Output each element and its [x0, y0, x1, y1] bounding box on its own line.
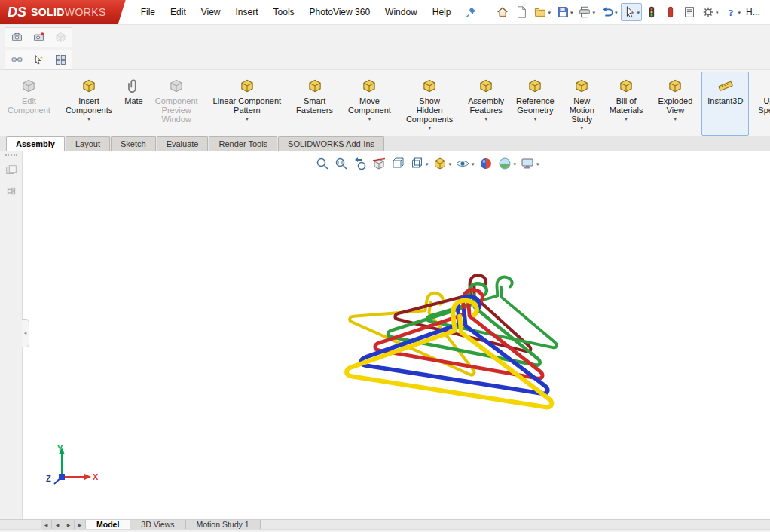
dropdown-arrow-icon[interactable]: ▾ [637, 10, 640, 15]
home-icon[interactable] [493, 3, 512, 21]
exploded-view-button[interactable]: ExplodedView▼ [652, 72, 698, 136]
dropdown-arrow-icon[interactable]: ▾ [449, 161, 452, 167]
pin-menu-icon[interactable] [466, 7, 477, 18]
select-cursor-icon[interactable]: ▾ [621, 3, 643, 21]
edit-appearance-icon[interactable] [478, 156, 493, 171]
first-tab-button[interactable]: ◀ [41, 520, 52, 529]
tab-assembly[interactable]: Assembly [6, 136, 65, 151]
dropdown-arrow-icon[interactable]: ▼ [533, 116, 538, 121]
feature-tree-icon[interactable] [5, 185, 18, 198]
insert-components-button[interactable]: InsertComponents▼ [60, 72, 118, 136]
dropdown-arrow-icon[interactable]: ▾ [426, 161, 429, 167]
tab-model[interactable]: Model [86, 520, 130, 529]
next-tab-button[interactable]: ▶ [63, 520, 75, 529]
smart-fasteners-button[interactable]: SmartFasteners [290, 72, 339, 136]
dropdown-arrow-icon[interactable]: ▾ [472, 161, 475, 167]
menu-photoview-360[interactable]: PhotoView 360 [302, 4, 378, 20]
menu-edit[interactable]: Edit [163, 4, 194, 20]
view-settings-icon[interactable]: ▾ [520, 156, 539, 171]
display-style-icon[interactable]: ▾ [432, 156, 452, 171]
panel-collapse-handle[interactable]: ◂ [22, 319, 29, 347]
display-pane-icon[interactable] [5, 164, 18, 177]
linear-component-pattern-button[interactable]: Linear ComponentPattern▼ [207, 72, 288, 136]
assembly-features-icon [478, 78, 494, 94]
menu-window[interactable]: Window [377, 4, 425, 20]
tab-render-tools[interactable]: Render Tools [209, 136, 277, 151]
mate-button[interactable]: Mate [118, 72, 148, 136]
heads-up-view-toolbar: ▾▾▾▾▾ [315, 156, 539, 171]
dropdown-arrow-icon[interactable]: ▾ [592, 10, 595, 15]
dropdown-arrow-icon[interactable]: ▼ [579, 125, 585, 130]
show-hidden-components-button[interactable]: ShowHiddenComponents▼ [400, 72, 459, 136]
new-document-icon[interactable] [512, 3, 530, 21]
reference-geometry-button[interactable]: ReferenceGeometry▼ [510, 72, 561, 136]
apply-scene-icon[interactable]: ▾ [497, 156, 517, 171]
instant3d-button[interactable]: Instant3D [701, 72, 749, 136]
record-video-icon[interactable] [28, 29, 49, 46]
dropdown-arrow-icon[interactable]: ▾ [570, 10, 573, 15]
toolbar-overflow-label[interactable]: H... [746, 7, 760, 17]
move-component-button[interactable]: MoveComponent▼ [342, 72, 397, 136]
menu-insert[interactable]: Insert [228, 4, 266, 20]
tab-evaluate[interactable]: Evaluate [157, 136, 209, 151]
save-icon[interactable]: ▾ [554, 3, 576, 21]
3d-drawing-view-icon[interactable] [390, 156, 405, 171]
zoom-to-fit-icon[interactable] [315, 156, 330, 171]
previous-view-icon[interactable] [353, 156, 368, 171]
dropdown-arrow-icon[interactable]: ▼ [673, 116, 678, 121]
dropdown-arrow-icon[interactable]: ▾ [514, 161, 517, 167]
dropdown-arrow-icon[interactable]: ▾ [536, 161, 539, 167]
help-icon[interactable]: ?▾ [722, 3, 744, 21]
model-3d-hangers[interactable] [23, 151, 770, 519]
menu-tools[interactable]: Tools [266, 4, 302, 20]
dropdown-arrow-icon[interactable]: ▼ [624, 116, 629, 121]
print-icon[interactable]: ▾ [576, 3, 597, 21]
tab-sketch[interactable]: Sketch [111, 136, 156, 151]
screenshot-icon[interactable] [6, 29, 27, 46]
button-label: New [573, 96, 590, 105]
tab-solidworks-add-ins[interactable]: SOLIDWORKS Add-Ins [278, 136, 384, 151]
zoom-to-area-icon[interactable] [334, 156, 349, 171]
dropdown-arrow-icon[interactable]: ▼ [367, 116, 372, 121]
menu-help[interactable]: Help [425, 4, 459, 20]
section-view-icon[interactable] [371, 156, 387, 171]
button-label: Materials [610, 105, 643, 115]
options-gear-icon[interactable]: ▾ [699, 3, 721, 21]
stop-record-icon [50, 29, 71, 46]
prev-tab-button[interactable]: ◀ [52, 520, 63, 529]
tab-layout[interactable]: Layout [66, 136, 110, 151]
mate-icon [125, 78, 142, 94]
dropdown-arrow-icon[interactable]: ▾ [615, 10, 618, 15]
svg-text:?: ? [728, 7, 733, 18]
panel-drag-handle[interactable] [5, 154, 17, 156]
menu-view[interactable]: View [194, 4, 228, 20]
assembly-features-button[interactable]: AssemblyFeatures▼ [462, 72, 510, 136]
arrange-windows-icon[interactable] [50, 51, 71, 69]
new-motion-study-button[interactable]: NewMotionStudy▼ [564, 72, 600, 136]
undo-icon[interactable]: ▾ [598, 3, 620, 21]
update-speedpak-button[interactable]: UpdateSpeedpak [752, 72, 770, 136]
menu-file[interactable]: File [133, 4, 163, 20]
hide-show-items-icon[interactable]: ▾ [455, 156, 475, 171]
dropdown-arrow-icon[interactable]: ▼ [427, 125, 432, 130]
xpress-products-icon[interactable] [662, 3, 680, 21]
dropdown-arrow-icon[interactable]: ▼ [87, 116, 92, 121]
graphics-area[interactable]: ▾▾▾▾▾ Y X Z [23, 151, 770, 519]
dropdown-arrow-icon[interactable]: ▼ [244, 116, 249, 121]
stoplight-icon[interactable] [643, 3, 661, 21]
view-orientation-icon[interactable]: ▾ [409, 156, 429, 171]
open-icon[interactable]: ▾ [531, 3, 553, 21]
select-highlight-icon[interactable] [28, 51, 49, 69]
tab-motion-study-1[interactable]: Motion Study 1 [186, 520, 261, 529]
last-tab-button[interactable]: ▶ [75, 520, 86, 529]
dropdown-arrow-icon[interactable]: ▼ [484, 116, 489, 121]
dropdown-arrow-icon[interactable]: ▾ [716, 10, 719, 15]
dropdown-arrow-icon[interactable]: ▾ [548, 10, 551, 15]
bill-of-materials-button[interactable]: Bill ofMaterials▼ [603, 72, 649, 136]
dropdown-arrow-icon[interactable]: ▾ [738, 10, 741, 15]
file-properties-icon[interactable] [680, 3, 698, 21]
tab-3d-views[interactable]: 3D Views [130, 520, 185, 529]
new-motion-study-icon [573, 78, 590, 94]
stereo-view-icon[interactable] [6, 51, 27, 69]
title-bar: DS SOLIDWORKS FileEditViewInsertToolsPho… [0, 0, 770, 25]
